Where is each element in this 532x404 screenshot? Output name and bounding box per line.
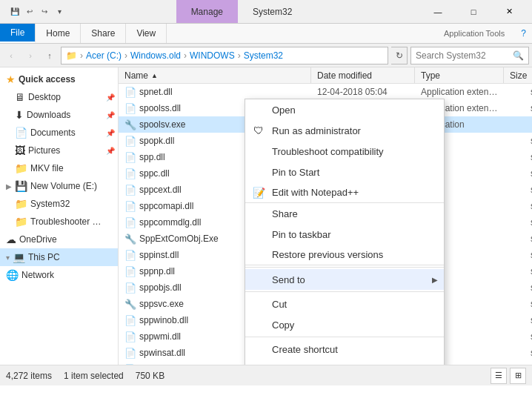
- shield-icon: 🛡: [251, 125, 266, 136]
- forward-button[interactable]: ›: [22, 47, 39, 64]
- ctx-copy[interactable]: Copy: [245, 314, 444, 335]
- ctx-sendto[interactable]: Send to ▶: [245, 269, 444, 290]
- file-size: s...: [504, 87, 532, 97]
- sidebar-item-downloads[interactable]: ⬇ Downloads 📌: [0, 106, 118, 124]
- close-button[interactable]: ✕: [492, 0, 526, 24]
- file-icon: 📄: [124, 87, 136, 98]
- status-selected: 1 item selected: [64, 371, 124, 381]
- sidebar-item-documents[interactable]: 📄 Documents 📌: [0, 124, 118, 142]
- file-name: sppsvc.exe: [139, 299, 184, 309]
- view-tiles-button[interactable]: ⊞: [510, 368, 526, 384]
- notepad-icon: 📝: [251, 187, 266, 199]
- minimize-button[interactable]: —: [421, 0, 455, 24]
- chevron-down-icon[interactable]: ▾: [53, 6, 65, 18]
- up-button[interactable]: ↑: [41, 47, 58, 64]
- system32-tab[interactable]: System32: [238, 0, 307, 23]
- tab-home[interactable]: Home: [36, 24, 81, 43]
- ctx-troubleshoot[interactable]: Troubleshoot compatibility: [245, 141, 444, 162]
- back-button[interactable]: ‹: [3, 47, 19, 64]
- file-size: s...: [504, 348, 532, 358]
- undo-icon: ↩: [24, 6, 36, 18]
- ctx-pin-taskbar[interactable]: Pin to taskbar: [245, 224, 444, 245]
- breadcrumb-windows[interactable]: WINDOWS: [190, 50, 235, 61]
- col-header-type[interactable]: Type: [415, 67, 504, 83]
- sidebar-item-mkvfile[interactable]: 📁 MKV file: [0, 159, 118, 177]
- titlebar-left: 💾 ↩ ↪ ▾: [6, 6, 68, 18]
- ctx-notepadpp[interactable]: 📝 Edit with Notepad++: [245, 182, 444, 203]
- ctx-separator-3: [245, 337, 444, 337]
- sidebar-item-network[interactable]: 🌐 Network: [0, 266, 118, 284]
- statusbar: 4,272 items 1 item selected 750 KB ☰ ⊞: [0, 365, 532, 385]
- file-list: ▲ Name ▲ Date modified Type Size 📄spnet.…: [119, 67, 532, 365]
- pin-icon2: 📌: [106, 111, 115, 119]
- address-bar[interactable]: 📁 › Acer (C:) › Windows.old › WINDOWS › …: [61, 47, 388, 64]
- sidebar-item-quickaccess[interactable]: ★ Quick access: [0, 70, 118, 88]
- refresh-button[interactable]: ↻: [391, 47, 408, 64]
- maximize-button[interactable]: □: [456, 0, 491, 24]
- breadcrumb-c[interactable]: Acer (C:): [86, 50, 122, 61]
- sidebar-label-quickaccess: Quick access: [19, 74, 76, 85]
- file-size: s...: [504, 250, 532, 260]
- table-row[interactable]: 📄spnet.dll 12-04-2018 05:04 Application …: [119, 84, 532, 100]
- breadcrumb-windowsold[interactable]: Windows.old: [130, 50, 181, 61]
- search-box[interactable]: 🔍: [410, 47, 529, 64]
- ctx-run-admin[interactable]: 🛡 Run as administrator: [245, 120, 444, 141]
- ctx-cut[interactable]: Cut: [245, 294, 444, 314]
- col-header-date[interactable]: Date modified: [311, 67, 415, 83]
- ctx-pin-start[interactable]: Pin to Start: [245, 162, 444, 182]
- breadcrumb-system32[interactable]: System32: [244, 50, 283, 61]
- file-icon: 📄: [124, 136, 136, 147]
- file-icon: 📄: [124, 103, 136, 114]
- sort-arrow: ▲: [151, 72, 158, 79]
- col-header-name[interactable]: Name ▲: [119, 67, 311, 83]
- file-name: sppinst.dll: [139, 250, 179, 260]
- file-type: Application extens...: [415, 87, 504, 97]
- sidebar-item-desktop[interactable]: 🖥 Desktop 📌: [0, 88, 118, 106]
- file-name: spopk.dll: [139, 136, 174, 146]
- tab-file[interactable]: File: [0, 24, 36, 43]
- filelist-header: Name ▲ Date modified Type Size: [119, 67, 532, 84]
- sidebar-label-newvolume: New Volume (E:): [30, 181, 97, 191]
- tab-view[interactable]: View: [126, 24, 167, 43]
- file-icon: 📄: [124, 282, 136, 294]
- sidebar-item-system32[interactable]: 📁 System32: [0, 195, 118, 213]
- file-name: spoolss.dll: [139, 103, 181, 113]
- file-icon: 📄: [124, 250, 136, 261]
- sidebar-item-troubleshooter[interactable]: 📁 Troubleshooter Wor: [0, 213, 118, 231]
- folder-icon-trouble: 📁: [15, 216, 27, 228]
- file-icon: 🔧: [124, 119, 136, 130]
- file-name: sppnp.dll: [139, 266, 175, 276]
- tab-share[interactable]: Share: [81, 24, 126, 43]
- help-icon[interactable]: ?: [515, 24, 532, 43]
- save-icon: 💾: [9, 6, 21, 18]
- file-size: s...: [504, 299, 532, 309]
- ctx-restore-versions[interactable]: Restore previous versions: [245, 245, 444, 265]
- sidebar-label-troubleshooter: Troubleshooter Wor: [30, 216, 104, 227]
- manage-tab[interactable]: Manage: [176, 0, 238, 23]
- view-details-button[interactable]: ☰: [491, 368, 507, 384]
- ctx-share[interactable]: Share: [245, 203, 444, 224]
- ctx-create-shortcut[interactable]: Create shortcut: [245, 339, 444, 360]
- sidebar-label-thispc: This PC: [28, 252, 60, 262]
- sidebar-item-thispc[interactable]: ▾ 💻 This PC: [0, 248, 118, 266]
- sidebar-label-downloads: Downloads: [27, 110, 70, 120]
- col-header-size[interactable]: Size: [504, 67, 532, 83]
- ribbon-spacer: [167, 24, 433, 43]
- sidebar-label-mkvfile: MKV file: [30, 163, 64, 173]
- folder-icon-mkv: 📁: [15, 162, 27, 174]
- ctx-delete[interactable]: Delete: [245, 360, 444, 365]
- file-name: SppExtComObj.Exe: [139, 234, 219, 244]
- pin-icon3: 📌: [106, 129, 115, 137]
- sidebar-item-onedrive[interactable]: ☁ OneDrive: [0, 231, 118, 248]
- chevron-right-icon: ▶: [6, 182, 12, 191]
- titlebar-tabs: Manage System32: [68, 0, 415, 23]
- file-name: spwinsat.dll: [139, 348, 185, 358]
- file-icon: 📄: [124, 266, 136, 277]
- file-icon: 📄: [124, 364, 136, 365]
- sidebar-item-pictures[interactable]: 🖼 Pictures 📌: [0, 142, 118, 159]
- sidebar-label-documents: Documents: [30, 128, 76, 138]
- ctx-open[interactable]: Open: [245, 99, 444, 120]
- search-input[interactable]: [416, 50, 510, 61]
- sidebar-item-newvolume[interactable]: ▶ 💾 New Volume (E:): [0, 177, 118, 195]
- redo-icon: ↪: [39, 6, 50, 18]
